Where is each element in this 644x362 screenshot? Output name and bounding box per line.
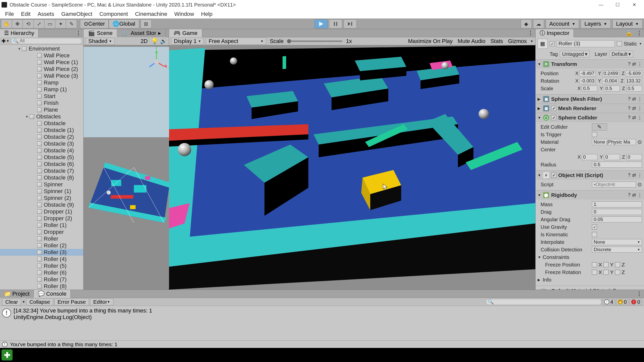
hierarchy-item[interactable]: Ramp (1) bbox=[0, 86, 83, 93]
space-toggle[interactable]: 🌐 Global bbox=[109, 19, 139, 28]
object-picker-icon[interactable]: ⊙ bbox=[637, 139, 642, 145]
custom-tool[interactable]: ✎ bbox=[66, 19, 77, 28]
inspector-lock[interactable]: 🔒 bbox=[624, 30, 634, 36]
freeze-pos-z[interactable] bbox=[615, 262, 620, 267]
freeze-rot-z[interactable] bbox=[615, 270, 620, 275]
hierarchy-item[interactable]: Spinner bbox=[0, 181, 83, 188]
pivot-toggle[interactable]: ⊙ Center bbox=[80, 19, 109, 28]
hierarchy-item[interactable]: Obstacle (8) bbox=[0, 174, 83, 181]
hierarchy-tree[interactable]: ▼EnvironmentWall PieceWall Piece (1)Wall… bbox=[0, 45, 83, 290]
shading-dropdown[interactable]: Shaded ▼ bbox=[86, 38, 115, 45]
hierarchy-item[interactable]: Roller (6) bbox=[0, 269, 83, 276]
freeze-rot-y[interactable] bbox=[603, 270, 609, 275]
hierarchy-item[interactable]: Dropper (2) bbox=[0, 215, 83, 222]
hierarchy-item[interactable]: Roller (5) bbox=[0, 262, 83, 269]
hierarchy-item[interactable]: Roller bbox=[0, 235, 83, 242]
game-panel-menu[interactable]: ⋮ bbox=[526, 30, 535, 36]
edit-collider-button[interactable]: ✎ bbox=[592, 123, 607, 130]
help-icon[interactable]: ? bbox=[628, 61, 631, 67]
collider-enabled[interactable]: ✓ bbox=[551, 115, 556, 120]
error-pause-button[interactable]: Error Pause bbox=[54, 298, 89, 305]
fold-icon[interactable]: ▼ bbox=[538, 62, 541, 66]
aspect-dropdown[interactable]: Free Aspect ▼ bbox=[206, 38, 266, 45]
drag-input[interactable]: 0 bbox=[592, 209, 642, 215]
hierarchy-item[interactable]: Ramp bbox=[0, 79, 83, 86]
tag-dropdown[interactable]: Untagged▾ bbox=[560, 51, 590, 57]
hierarchy-item[interactable]: ▼Environment bbox=[0, 45, 83, 52]
is-trigger-checkbox[interactable] bbox=[592, 132, 597, 137]
menu-gameobject[interactable]: GameObject bbox=[58, 10, 96, 18]
is-kinematic-checkbox[interactable] bbox=[592, 232, 597, 237]
console-search[interactable]: 🔍 bbox=[486, 299, 601, 305]
scale-tool[interactable]: ⤢ bbox=[33, 19, 45, 28]
menu-cinemachine[interactable]: Cinemachine bbox=[132, 10, 171, 18]
2d-toggle[interactable]: 2D bbox=[139, 38, 149, 44]
hierarchy-item[interactable]: Obstacle (1) bbox=[0, 127, 83, 133]
center-z[interactable]: 0 bbox=[626, 154, 642, 160]
rot-z[interactable]: 133.32 bbox=[625, 78, 642, 84]
gameobject-icon[interactable]: ▦ bbox=[538, 39, 548, 49]
freeze-rot-x[interactable] bbox=[592, 270, 597, 275]
angular-drag-input[interactable]: 0.05 bbox=[592, 216, 642, 222]
hierarchy-item[interactable]: Wall Piece bbox=[0, 52, 83, 59]
maximize-toggle[interactable]: Maximize On Play bbox=[407, 38, 454, 44]
use-gravity-checkbox[interactable]: ✓ bbox=[592, 224, 597, 230]
script-enabled[interactable]: ✓ bbox=[551, 173, 556, 178]
transform-tool[interactable]: ✦ bbox=[55, 19, 66, 28]
hierarchy-item[interactable]: Obstacle (6) bbox=[0, 161, 83, 167]
hand-tool[interactable]: ✋ bbox=[1, 19, 12, 28]
static-checkbox[interactable] bbox=[617, 41, 622, 46]
center-x[interactable]: 0 bbox=[582, 154, 597, 160]
freeze-pos-x[interactable] bbox=[592, 262, 597, 267]
taskbar-app-icon[interactable]: ✚ bbox=[2, 349, 13, 360]
script-field[interactable]: ▪ ObjectHit bbox=[592, 182, 636, 188]
hierarchy-item[interactable]: Wall Piece (1) bbox=[0, 59, 83, 66]
layer-dropdown[interactable]: Default▾ bbox=[609, 51, 633, 57]
gameobject-name-input[interactable]: Roller (3) bbox=[557, 40, 615, 47]
hierarchy-item[interactable]: Dropper (1) bbox=[0, 208, 83, 215]
center-y[interactable]: 0 bbox=[604, 154, 620, 160]
snap-toggle[interactable]: ⊞ bbox=[141, 19, 152, 28]
physic-material-field[interactable]: None (Physic Ma bbox=[592, 139, 636, 145]
hierarchy-item[interactable]: Obstacle (4) bbox=[0, 147, 83, 154]
panel-menu-icon[interactable]: ⋮ bbox=[74, 30, 83, 36]
inspector-tab[interactable]: ⓘ Inspector bbox=[536, 29, 574, 37]
hierarchy-item[interactable]: Obstacle (9) bbox=[0, 201, 83, 208]
mass-input[interactable]: 1 bbox=[592, 201, 642, 207]
menu-icon[interactable]: ⋮ bbox=[637, 61, 642, 67]
hierarchy-item[interactable]: Plane bbox=[0, 106, 83, 113]
collision-dropdown[interactable]: Discrete▼ bbox=[592, 247, 642, 253]
layout-dropdown[interactable]: Layout▼ bbox=[612, 19, 642, 28]
warn-count[interactable]: ▲0 bbox=[616, 299, 629, 305]
hierarchy-item[interactable]: Roller (3) bbox=[0, 249, 83, 256]
game-view[interactable] bbox=[169, 45, 535, 290]
hierarchy-item[interactable]: Wall Piece (3) bbox=[0, 72, 83, 79]
clear-button[interactable]: Clear bbox=[2, 298, 21, 305]
mute-toggle[interactable]: Mute Audio bbox=[456, 38, 487, 44]
pause-button[interactable] bbox=[329, 19, 342, 28]
hierarchy-item[interactable]: Obstacle (2) bbox=[0, 133, 83, 140]
move-tool[interactable]: ✥ bbox=[12, 19, 23, 28]
display-dropdown[interactable]: Display 1 ▼ bbox=[171, 38, 204, 45]
menu-component[interactable]: Component bbox=[96, 10, 132, 18]
interpolate-dropdown[interactable]: None▼ bbox=[592, 239, 642, 245]
account-dropdown[interactable]: Account▼ bbox=[546, 19, 579, 28]
hierarchy-item[interactable]: Roller (7) bbox=[0, 276, 83, 283]
collapse-button[interactable]: Collapse bbox=[26, 298, 53, 305]
menu-help[interactable]: Help bbox=[197, 10, 216, 18]
hierarchy-item[interactable]: Dropper bbox=[0, 229, 83, 235]
hierarchy-item[interactable]: Roller (8) bbox=[0, 283, 83, 290]
scale-y[interactable]: 0.5 bbox=[604, 85, 620, 92]
console-panel-menu[interactable]: ⋮ bbox=[634, 291, 644, 297]
object-picker-icon[interactable]: ⊙ bbox=[637, 182, 642, 188]
error-count[interactable]: !0 bbox=[629, 299, 642, 305]
hierarchy-item[interactable]: Obstacle bbox=[0, 120, 83, 127]
freeze-pos-y[interactable] bbox=[603, 262, 609, 267]
console-tab[interactable]: 💬 Console bbox=[34, 290, 71, 298]
minimize-button[interactable]: — bbox=[593, 0, 609, 10]
hierarchy-item[interactable]: Spinner (2) bbox=[0, 195, 83, 201]
radius-input[interactable]: 0.5 bbox=[592, 162, 642, 168]
scene-audio-toggle[interactable]: 🔊 bbox=[160, 38, 167, 44]
editor-dropdown[interactable]: Editor ▼ bbox=[90, 298, 113, 305]
hierarchy-item[interactable]: Wall Piece (2) bbox=[0, 66, 83, 72]
